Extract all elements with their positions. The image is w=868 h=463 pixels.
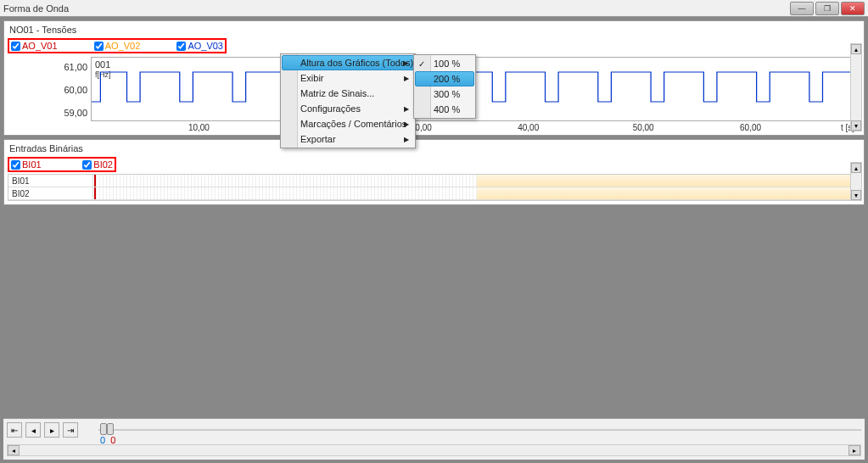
bottom-toolbar: ⇤ ◂ ▸ ⇥ 0 0 ◂ ▸ xyxy=(3,418,865,460)
panel-scrollbar-v[interactable]: ▴ ▾ xyxy=(850,162,862,201)
scroll-down-button[interactable]: ▾ xyxy=(851,190,861,200)
menu-item-config[interactable]: Configurações ▶ xyxy=(282,101,414,116)
signal-checkbox-bi01[interactable]: BI01 xyxy=(11,159,42,170)
scroll-up-button[interactable]: ▴ xyxy=(851,44,861,54)
submenu-arrow-icon: ▶ xyxy=(404,105,409,113)
checkbox[interactable] xyxy=(176,42,186,51)
signal-label: AO_V01 xyxy=(22,41,58,51)
menu-label: 400 % xyxy=(434,104,460,114)
y-tick: 61,00 xyxy=(64,62,87,72)
menu-label: 300 % xyxy=(434,89,460,99)
checkbox[interactable] xyxy=(94,42,104,51)
scroll-up-button[interactable]: ▴ xyxy=(851,163,861,173)
signal-label: AO_V02 xyxy=(105,41,141,51)
menu-item-exibir[interactable]: Exibir ▶ xyxy=(282,70,414,86)
binary-row: BI01 xyxy=(8,175,860,187)
y-tick: 60,00 xyxy=(64,85,87,95)
menu-label: Marcações / Comentários xyxy=(300,119,406,129)
signal-checkbox-v02[interactable]: AO_V02 xyxy=(94,41,141,51)
binary-track[interactable] xyxy=(93,175,860,187)
signal-label: AO_V03 xyxy=(188,41,223,51)
tool-cursor-next[interactable]: ▸ xyxy=(44,422,59,438)
panel-title: NO01 - Tensões xyxy=(6,23,862,36)
binary-track[interactable] xyxy=(93,187,860,199)
checkbox[interactable] xyxy=(82,160,92,170)
menu-item-exportar[interactable]: Exportar ▶ xyxy=(282,131,414,147)
tool-cursor-left[interactable]: ⇤ xyxy=(7,422,22,438)
menu-label: Configurações xyxy=(300,103,361,114)
x-tick: 10,00 xyxy=(188,123,210,132)
submenu-arrow-icon: ▶ xyxy=(404,75,409,82)
menu-label: Exibir xyxy=(300,73,324,83)
menu-item-marcacoes[interactable]: Marcações / Comentários ▶ xyxy=(282,116,414,131)
time-slider[interactable]: 0 0 xyxy=(98,423,861,437)
context-menu[interactable]: Altura dos Gráficos (Todos) ▶ ✓ 100 % 20… xyxy=(280,53,416,148)
submenu-arrow-icon: ▶ xyxy=(404,136,409,143)
menu-label: Altura dos Gráficos (Todos) xyxy=(300,58,413,68)
scroll-right-button[interactable]: ▸ xyxy=(848,445,860,455)
panel-binarias: Entradas Binárias BI01 BI02 BI01 BI02 xyxy=(3,139,865,205)
binary-tracks: BI01 BI02 xyxy=(8,174,860,201)
tool-cursor-prev[interactable]: ◂ xyxy=(25,422,41,438)
signal-checkbox-bi02[interactable]: BI02 xyxy=(82,159,113,170)
menu-item-matriz[interactable]: Matriz de Sinais... xyxy=(282,86,414,101)
check-icon: ✓ xyxy=(418,59,425,69)
minimize-button[interactable]: — xyxy=(790,2,814,15)
menu-label: 100 % xyxy=(434,59,460,69)
binary-row: BI02 xyxy=(8,187,860,200)
submenu-item-300[interactable]: 300 % xyxy=(415,86,474,102)
panel-tensoes: NO01 - Tensões AO_V01 AO_V02 AO_V03 61,0… xyxy=(3,20,865,136)
signal-legend: AO_V01 AO_V02 AO_V03 xyxy=(8,38,227,53)
checkbox[interactable] xyxy=(11,42,20,51)
scroll-down-button[interactable]: ▾ xyxy=(851,120,861,131)
tool-cursor-right[interactable]: ⇥ xyxy=(63,422,78,438)
maximize-button[interactable]: ❐ xyxy=(815,2,839,15)
menu-label: Exportar xyxy=(300,134,336,144)
horizontal-scrollbar[interactable]: ◂ ▸ xyxy=(7,444,861,456)
submenu-item-400[interactable]: 400 % xyxy=(415,102,474,117)
scroll-left-button[interactable]: ◂ xyxy=(8,445,20,455)
checkbox[interactable] xyxy=(11,160,20,170)
cursor[interactable] xyxy=(94,187,96,199)
submenu-altura[interactable]: ✓ 100 % 200 % 300 % 400 % xyxy=(413,54,476,119)
binary-row-label: BI01 xyxy=(8,175,93,187)
signal-label: BI02 xyxy=(93,159,113,170)
panel-title: Entradas Binárias xyxy=(6,142,862,155)
panel-scrollbar-v[interactable]: ▴ ▾ xyxy=(850,43,862,131)
signal-label: BI01 xyxy=(22,159,42,170)
submenu-item-100[interactable]: ✓ 100 % xyxy=(415,56,474,71)
menu-label: 200 % xyxy=(434,74,460,84)
binary-row-label: BI02 xyxy=(8,187,93,199)
submenu-item-200[interactable]: 200 % xyxy=(415,71,474,86)
submenu-arrow-icon: ▶ xyxy=(403,59,408,67)
y-tick: 59,00 xyxy=(64,108,87,118)
x-tick: 40,00 xyxy=(518,123,539,132)
y-axis: 61,00 60,00 59,00 xyxy=(6,55,91,133)
window-title: Forma de Onda xyxy=(3,3,788,14)
menu-item-altura[interactable]: Altura dos Gráficos (Todos) ▶ ✓ 100 % 20… xyxy=(282,55,414,70)
menu-label: Matriz de Sinais... xyxy=(300,88,374,98)
close-button[interactable]: ✕ xyxy=(841,2,865,15)
slider-thumb-1[interactable] xyxy=(100,423,107,435)
slider-thumb-2[interactable] xyxy=(107,423,114,435)
binary-legend: BI01 BI02 xyxy=(8,157,116,172)
submenu-arrow-icon: ▶ xyxy=(404,120,409,128)
signal-checkbox-v03[interactable]: AO_V03 xyxy=(176,41,223,51)
x-tick: 60,00 xyxy=(740,123,761,132)
x-tick: 50,00 xyxy=(633,123,654,132)
signal-checkbox-v01[interactable]: AO_V01 xyxy=(11,41,58,51)
cursor[interactable] xyxy=(94,175,96,187)
